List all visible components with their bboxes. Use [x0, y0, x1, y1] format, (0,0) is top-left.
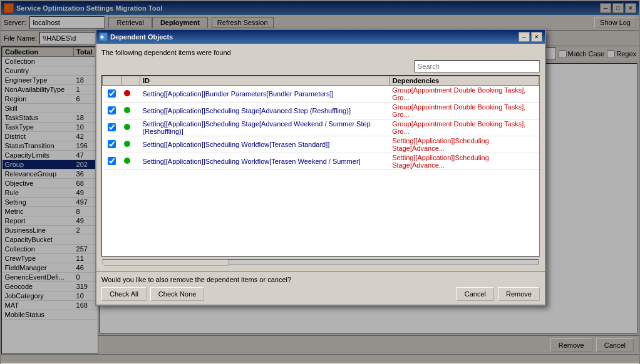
modal-cancel-button[interactable]: Cancel: [457, 287, 494, 301]
table-row: Setting[[Application]]Scheduling Stage[A…: [103, 119, 539, 136]
hscroll-track: [103, 259, 539, 265]
dependent-objects-modal: ◈ Dependent Objects ─ ✕ The following de…: [95, 29, 546, 306]
modal-overlay: ◈ Dependent Objects ─ ✕ The following de…: [1, 1, 639, 363]
row-checkbox[interactable]: [108, 106, 116, 114]
id-cell: Setting[[Application]]Scheduling Workflo…: [140, 136, 390, 153]
modal-buttons: Check All Check None Cancel Remove: [101, 287, 540, 301]
modal-hscroll: [101, 256, 540, 266]
modal-buttons-right: Cancel Remove: [457, 287, 540, 301]
dep-cell: Setting[[Application]]Scheduling Stage[A…: [390, 153, 539, 170]
check-none-button[interactable]: Check None: [150, 287, 205, 301]
modal-remove-button[interactable]: Remove: [498, 287, 540, 301]
dep-cell: Setting[[Application]]Scheduling Stage[A…: [390, 136, 539, 153]
modal-table: ID Dependencies Setting[[Application]]Bu…: [102, 76, 539, 170]
status-dot: [124, 90, 130, 96]
check-all-button[interactable]: Check All: [101, 287, 147, 301]
modal-table-container: ID Dependencies Setting[[Application]]Bu…: [101, 75, 540, 256]
dep-cell: Group[Appointment Double Booking Tasks],…: [390, 86, 539, 103]
modal-title-buttons: ─ ✕: [519, 32, 542, 42]
modal-question: Would you like to also remove the depend…: [101, 276, 540, 283]
col-dependencies: Dependencies: [390, 76, 539, 86]
status-dot: [124, 107, 130, 113]
status-dot: [124, 158, 130, 164]
col-id: ID: [140, 76, 390, 86]
main-window: Service Optimization Settings Migration …: [0, 0, 640, 364]
modal-title-bar: ◈ Dependent Objects ─ ✕: [96, 30, 545, 44]
modal-footer: Would you like to also remove the depend…: [96, 271, 545, 305]
modal-description: The following dependent items were found: [101, 49, 540, 56]
id-cell: Setting[[Application]]Scheduling Stage[A…: [140, 103, 390, 119]
modal-body: The following dependent items were found…: [96, 44, 545, 271]
status-dot: [124, 124, 130, 130]
modal-search-input[interactable]: [415, 60, 540, 73]
col-status: [121, 76, 140, 86]
modal-search-area: [101, 60, 540, 73]
modal-close-button[interactable]: ✕: [531, 32, 542, 42]
dep-cell: Group[Appointment Double Booking Tasks],…: [390, 103, 539, 119]
table-row: Setting[[Application]]Bundler Parameters…: [103, 86, 539, 103]
id-cell: Setting[[Application]]Scheduling Stage[A…: [140, 119, 390, 136]
row-checkbox[interactable]: [108, 123, 116, 131]
table-row: Setting[[Application]]Scheduling Workflo…: [103, 153, 539, 170]
modal-icon: ◈: [99, 33, 108, 41]
row-checkbox[interactable]: [108, 157, 116, 165]
table-row: Setting[[Application]]Scheduling Workflo…: [103, 136, 539, 153]
modal-title-text: Dependent Objects: [110, 33, 516, 41]
table-row: Setting[[Application]]Scheduling Stage[A…: [103, 103, 539, 119]
col-check: [103, 76, 121, 86]
row-checkbox[interactable]: [108, 140, 116, 148]
dep-cell: Group[Appointment Double Booking Tasks],…: [390, 119, 539, 136]
modal-minimize-button[interactable]: ─: [519, 32, 530, 42]
hscroll-thumb[interactable]: [103, 260, 229, 266]
row-checkbox[interactable]: [108, 89, 116, 98]
status-dot: [124, 141, 130, 147]
id-cell: Setting[[Application]]Bundler Parameters…: [140, 86, 390, 103]
id-cell: Setting[[Application]]Scheduling Workflo…: [140, 153, 390, 170]
